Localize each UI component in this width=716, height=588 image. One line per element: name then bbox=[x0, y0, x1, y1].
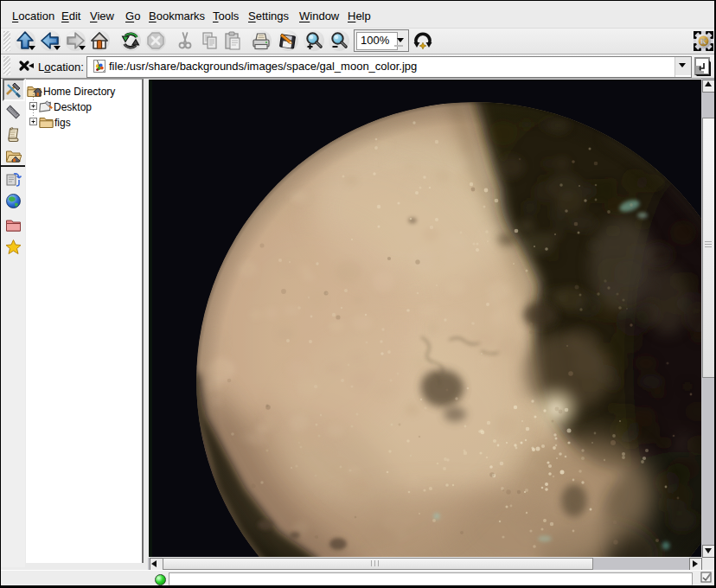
svg-text:K: K bbox=[700, 37, 706, 46]
